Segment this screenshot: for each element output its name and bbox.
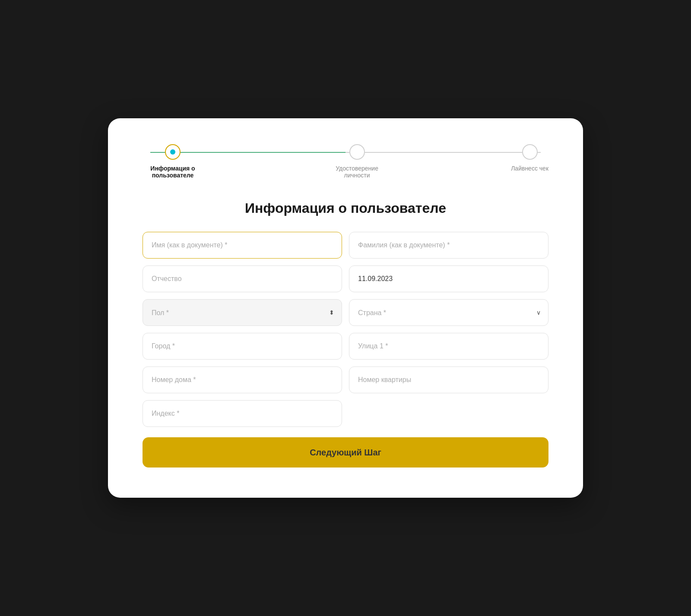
country-select[interactable]: Страна * [349,299,548,326]
gender-select[interactable]: Пол * Мужской Женский [143,299,342,326]
stepper-step-1: Информация о пользователе [143,144,203,179]
step-circle-3 [522,144,538,160]
next-step-button[interactable]: Следующий Шаг [143,437,548,468]
step-label-1: Информация о пользователе [143,165,203,179]
first-name-input[interactable] [143,232,342,259]
street-field-wrapper [349,333,548,360]
dob-field-wrapper [349,265,548,292]
house-input[interactable] [143,366,342,393]
street-input[interactable] [349,333,548,360]
first-name-field-wrapper [143,232,342,259]
country-select-wrapper: Страна * ∨ [349,299,548,326]
step-label-2: Удостоверение личности [327,165,387,179]
form-card: Информация о пользователе Удостоверение … [108,118,583,498]
house-field-wrapper [143,366,342,393]
index-field-wrapper [143,400,342,427]
city-input[interactable] [143,333,342,360]
middle-name-input[interactable] [143,265,342,292]
apartment-input[interactable] [349,366,548,393]
city-field-wrapper [143,333,342,360]
step-circle-1 [165,144,181,160]
last-name-field-wrapper [349,232,548,259]
step-dot-1 [170,149,175,155]
gender-select-wrapper: Пол * Мужской Женский ⬍ [143,299,342,326]
apartment-field-wrapper [349,366,548,393]
step-label-3: Лайвнесс чек [511,165,548,172]
last-name-input[interactable] [349,232,548,259]
user-info-form: Пол * Мужской Женский ⬍ Страна * ∨ [143,232,548,427]
dob-input[interactable] [349,265,548,292]
stepper: Информация о пользователе Удостоверение … [143,144,548,179]
index-input[interactable] [143,400,342,427]
stepper-step-2: Удостоверение личности [327,144,387,179]
step-circle-2 [349,144,365,160]
stepper-step-3: Лайвнесс чек [511,144,548,179]
stepper-steps: Информация о пользователе Удостоверение … [143,144,548,179]
page-title: Информация о пользователе [143,200,548,216]
middle-name-field-wrapper [143,265,342,292]
